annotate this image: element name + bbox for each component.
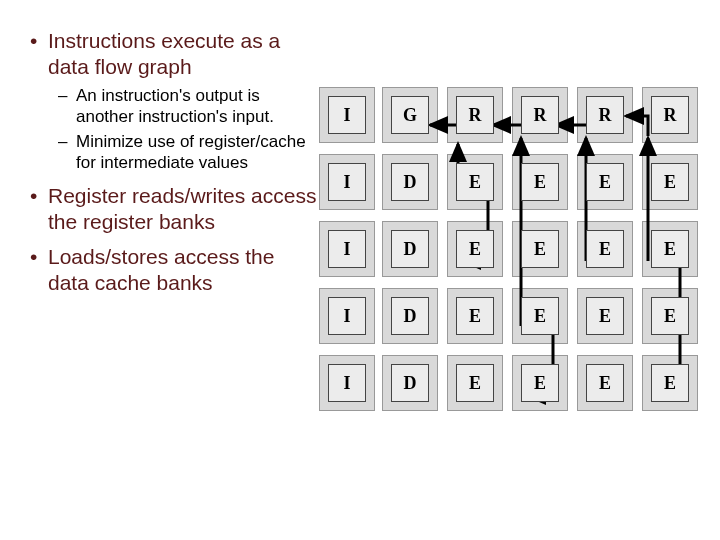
grid-cell: E [521, 163, 559, 201]
slide-content: Instructions execute as a data flow grap… [0, 0, 720, 456]
grid-cell: E [651, 230, 689, 268]
grid-cell: E [651, 364, 689, 402]
diagram-column: IGRRRRIDEEEEIDEEEEIDEEEEIDEEEE [328, 28, 698, 436]
grid-cell: E [521, 297, 559, 335]
grid-cell: E [456, 364, 494, 402]
grid-cell: E [651, 163, 689, 201]
grid-cell: R [456, 96, 494, 134]
grid-cell: D [391, 364, 429, 402]
grid-cell: I [328, 364, 366, 402]
grid-cell: R [521, 96, 559, 134]
sub-bullet-2: Minimize use of register/cache for inter… [48, 131, 320, 174]
grid-cell: D [391, 163, 429, 201]
grid-cell: E [456, 297, 494, 335]
grid-cell: E [456, 163, 494, 201]
main-bullet-list: Instructions execute as a data flow grap… [30, 28, 320, 296]
grid-cell: E [586, 297, 624, 335]
bullet-1-text: Instructions execute as a data flow grap… [48, 29, 280, 78]
bullet-3: Loads/stores access the data cache banks [30, 244, 320, 295]
grid-cell: D [391, 230, 429, 268]
bullet-1: Instructions execute as a data flow grap… [30, 28, 320, 173]
dataflow-grid: IGRRRRIDEEEEIDEEEEIDEEEEIDEEEE [328, 96, 698, 436]
grid-cell: R [651, 96, 689, 134]
sub-bullet-1: An instruction's output is another instr… [48, 85, 320, 128]
grid-cell: I [328, 96, 366, 134]
text-column: Instructions execute as a data flow grap… [30, 28, 320, 436]
grid-cell: I [328, 163, 366, 201]
grid-cell: E [521, 364, 559, 402]
grid-cell: E [456, 230, 494, 268]
grid-cell: E [586, 364, 624, 402]
grid-cell: E [521, 230, 559, 268]
grid-cell: D [391, 297, 429, 335]
grid-cell: E [651, 297, 689, 335]
bullet-2: Register reads/writes access the registe… [30, 183, 320, 234]
grid-cell: I [328, 230, 366, 268]
grid-cell: R [586, 96, 624, 134]
grid-cell: E [586, 163, 624, 201]
grid-cell: G [391, 96, 429, 134]
sub-bullet-list: An instruction's output is another instr… [48, 85, 320, 173]
grid-cell: I [328, 297, 366, 335]
grid-cell: E [586, 230, 624, 268]
